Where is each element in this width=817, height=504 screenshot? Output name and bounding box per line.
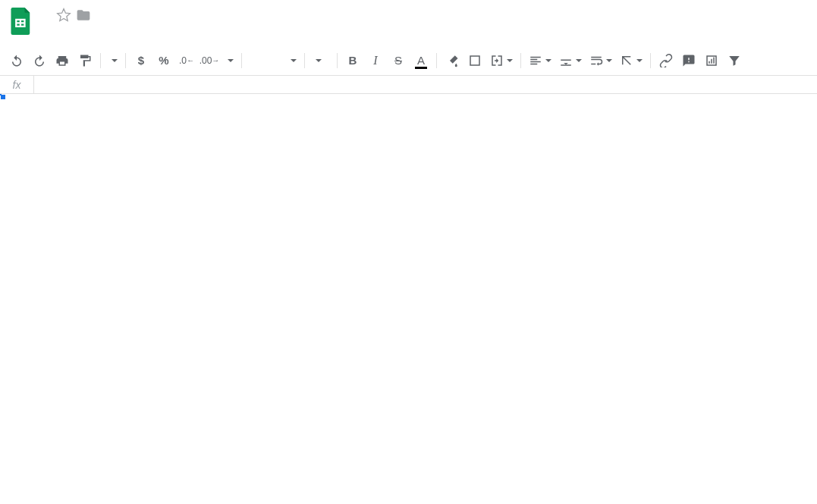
borders-button[interactable] bbox=[464, 50, 485, 71]
selection-box bbox=[0, 94, 2, 95]
fill-color-button[interactable] bbox=[441, 50, 463, 71]
fx-icon: fx bbox=[0, 76, 34, 93]
rotate-dropdown[interactable] bbox=[617, 50, 646, 71]
filter-button[interactable] bbox=[724, 50, 745, 71]
redo-button[interactable] bbox=[29, 50, 50, 71]
italic-button[interactable]: I bbox=[365, 50, 386, 71]
sheets-logo[interactable] bbox=[6, 6, 36, 36]
menu-addons[interactable] bbox=[127, 32, 138, 38]
text-color-button[interactable]: A bbox=[410, 50, 432, 71]
doc-title[interactable] bbox=[42, 14, 52, 17]
menu-bar bbox=[42, 24, 811, 45]
undo-button[interactable] bbox=[6, 50, 27, 71]
percent-button[interactable]: % bbox=[153, 50, 174, 71]
more-formats-dropdown[interactable] bbox=[222, 50, 237, 71]
menu-help[interactable] bbox=[140, 32, 150, 38]
menu-edit[interactable] bbox=[55, 32, 65, 38]
menu-insert[interactable] bbox=[79, 32, 90, 38]
halign-dropdown[interactable] bbox=[526, 50, 555, 71]
menu-view[interactable] bbox=[67, 32, 77, 38]
valign-dropdown[interactable] bbox=[556, 50, 585, 71]
print-button[interactable] bbox=[52, 50, 73, 71]
font-dropdown[interactable] bbox=[247, 50, 300, 71]
zoom-dropdown[interactable] bbox=[105, 50, 121, 71]
chart-button[interactable] bbox=[701, 50, 722, 71]
toolbar: $ % .0← .00→ B I S A bbox=[0, 45, 817, 76]
font-size-dropdown[interactable] bbox=[310, 50, 332, 71]
star-icon[interactable] bbox=[56, 8, 71, 23]
strikethrough-button[interactable]: S bbox=[388, 50, 409, 71]
comment-button[interactable] bbox=[678, 50, 699, 71]
link-button[interactable] bbox=[655, 50, 677, 71]
menu-data[interactable] bbox=[103, 32, 114, 38]
selection-handle[interactable] bbox=[1, 95, 5, 99]
decrease-decimal-button[interactable]: .0← bbox=[176, 50, 197, 71]
wrap-dropdown[interactable] bbox=[586, 50, 615, 71]
bold-button[interactable]: B bbox=[342, 50, 363, 71]
paint-format-button[interactable] bbox=[74, 50, 96, 71]
merge-dropdown[interactable] bbox=[487, 50, 516, 71]
folder-icon[interactable] bbox=[76, 8, 91, 23]
menu-tools[interactable] bbox=[115, 32, 126, 38]
currency-button[interactable]: $ bbox=[130, 50, 152, 71]
menu-format[interactable] bbox=[91, 32, 102, 38]
grid-area[interactable] bbox=[0, 94, 817, 489]
increase-decimal-button[interactable]: .00→ bbox=[199, 50, 220, 71]
menu-file[interactable] bbox=[42, 32, 53, 38]
